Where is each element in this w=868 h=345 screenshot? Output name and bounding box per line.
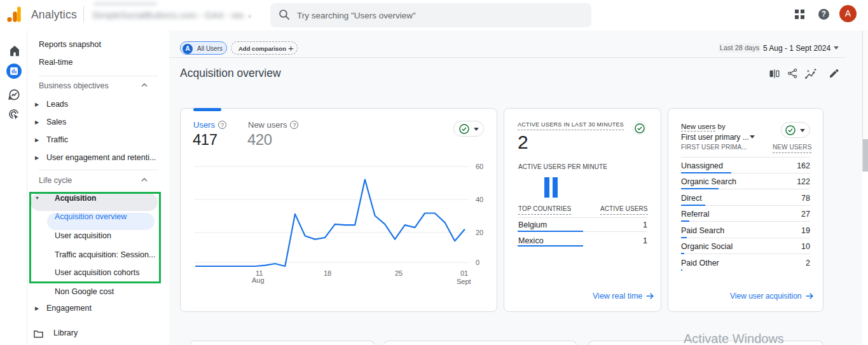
svg-text:0: 0 [476, 259, 479, 266]
svg-text:Aug: Aug [252, 276, 265, 284]
svg-text:25: 25 [395, 269, 403, 277]
svg-text:01: 01 [460, 269, 468, 277]
svg-text:20: 20 [476, 229, 483, 236]
svg-text:60: 60 [476, 163, 483, 170]
svg-text:Sept: Sept [457, 278, 471, 285]
svg-text:40: 40 [476, 196, 483, 203]
svg-text:18: 18 [324, 269, 331, 277]
